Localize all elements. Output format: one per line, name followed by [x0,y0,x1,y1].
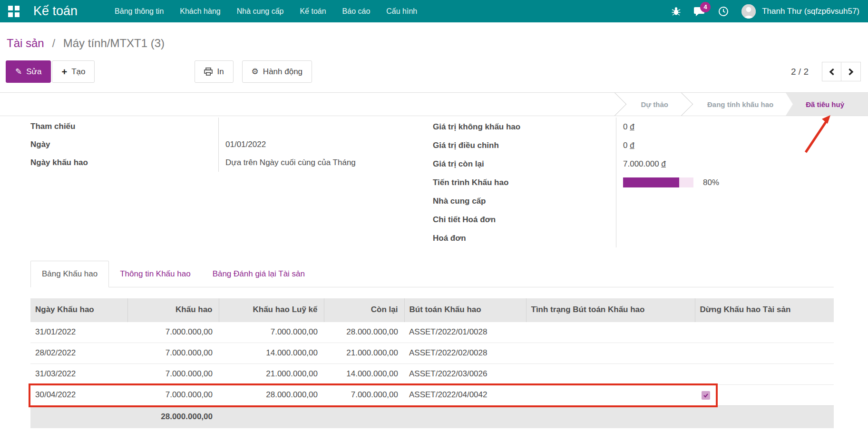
column-header[interactable]: Khấu hao [127,298,219,322]
form-field-row: Nhà cung cấp [433,192,828,210]
table-cell [324,405,404,428]
print-button[interactable]: In [195,60,233,83]
plus-icon: + [61,67,67,77]
field-label: Giá trị không khấu hao [433,118,616,136]
create-button[interactable]: + Tạo [52,60,95,83]
form-field-row: Giá trị còn lại7.000.000 đ [433,155,828,173]
field-label: Ngày [30,136,219,154]
notebook-tab[interactable]: Thông tin Khấu hao [109,261,201,287]
currency-symbol: đ [630,141,634,150]
progress-percent-label: 80% [703,178,719,187]
table-cell: ASSET/2022/04/0042 [404,384,526,405]
gear-icon: ⚙ [252,68,259,76]
field-value [616,210,828,229]
table-cell: ASSET/2022/02/0028 [404,343,526,363]
nav-menu-item[interactable]: Bảng thông tin [115,7,164,16]
column-header[interactable]: Ngày Khấu hao [30,298,127,322]
pager-counter: 2 / 2 [791,67,809,77]
currency-symbol: đ [661,159,665,168]
table-cell: 7.000.000,00 [219,322,324,343]
statusbar-step[interactable]: Đang tính khấu hao [695,93,786,116]
activity-clock-icon[interactable] [718,6,729,17]
table-cell: 7.000.000,00 [127,322,219,343]
table-cell: 28.000.000,00 [324,322,404,343]
table-cell [30,405,127,428]
table-cell [219,405,324,428]
edit-button[interactable]: ✎ Sửa [6,60,51,83]
form-field-row: Ngày khấu haoDựa trên Ngày cuối cùng của… [30,154,423,172]
field-value: 0 đ [616,136,828,155]
form-field-row: Giá trị không khấu hao0 đ [433,118,828,136]
table-cell [695,384,834,405]
stop-depreciation-checkbox[interactable] [702,391,710,400]
notebook-tab[interactable]: Bảng Đánh giá lại Tài sản [202,261,316,287]
table-cell [526,322,695,343]
table-cell [526,343,695,363]
printer-icon [204,68,213,76]
app-brand[interactable]: Kế toán [33,4,78,19]
nav-menu-item[interactable]: Cấu hình [386,7,417,16]
nav-menu: Bảng thông tinKhách hàngNhà cung cấpKế t… [115,7,417,16]
table-cell [526,405,695,428]
form-field-row: Ngày01/01/2022 [30,136,423,154]
nav-menu-item[interactable]: Báo cáo [342,7,371,16]
column-header[interactable]: Khấu hao Luỹ kế [219,298,324,322]
chevron-right-icon [847,68,855,76]
table-cell [695,405,834,428]
statusbar: Dự thảoĐang tính khấu haoĐã tiêu huỷ [0,92,868,116]
field-label: Giá trị điều chỉnh [433,136,616,155]
column-header[interactable]: Tình trạng Bút toán Khấu hao [526,298,695,322]
field-label: Giá trị còn lại [433,155,616,173]
table-row[interactable]: 31/03/20227.000.000,0021.000.000,0014.00… [30,363,834,384]
form-sheet: Tham chiếuNgày01/01/2022Ngày khấu haoDựa… [0,116,868,418]
nav-menu-item[interactable]: Khách hàng [180,7,220,16]
nav-menu-item[interactable]: Nhà cung cấp [237,7,284,16]
table-cell [404,405,526,428]
field-label: Tiến trình Khấu hao [433,173,616,192]
control-panel: ✎ Sửa + Tạo In ⚙ Hành động 2 / 2 [0,60,868,83]
column-header[interactable]: Dừng Khấu hao Tài sản [695,298,834,322]
statusbar-separator [614,93,628,116]
user-menu[interactable]: Thanh Thư (sqfzp6vsuh57) [762,7,859,16]
breadcrumb-separator: / [52,37,55,49]
statusbar-separator [681,93,695,116]
user-avatar[interactable] [741,4,756,19]
notebook-tab[interactable]: Bảng Khấu hao [30,261,109,287]
field-value: 80% [616,173,828,192]
table-cell: 31/01/2022 [30,322,127,343]
table-cell: 14.000.000,00 [324,363,404,384]
form-field-row: Tham chiếu [30,118,423,136]
table-cell [695,363,834,384]
field-value: 0 đ [616,118,828,136]
table-header-row: Ngày Khấu haoKhấu haoKhấu hao Luỹ kếCòn … [30,298,834,322]
breadcrumb-parent-link[interactable]: Tài sản [7,37,44,49]
table-cell: 7.000.000,00 [127,384,219,405]
pager-previous-button[interactable] [822,62,841,81]
messages-icon[interactable]: 4 [694,6,705,17]
debug-bug-icon[interactable] [671,6,681,16]
form-field-row: Hoá đơn [433,229,828,247]
table-cell [695,343,834,363]
column-header[interactable]: Còn lại [324,298,404,322]
table-cell: 7.000.000,00 [324,384,404,405]
table-row[interactable]: 31/01/20227.000.000,007.000.000,0028.000… [30,322,834,343]
apps-menu-icon[interactable] [7,4,21,19]
table-cell: 21.000.000,00 [324,343,404,363]
table-row[interactable]: 28/02/20227.000.000,0014.000.000,0021.00… [30,343,834,363]
table-cell: 31/03/2022 [30,363,127,384]
action-button[interactable]: ⚙ Hành động [242,60,312,83]
field-value [219,118,423,136]
pager-next-button[interactable] [841,62,861,81]
statusbar-step[interactable]: Dự thảo [628,93,681,116]
table-cell: 28.000.000,00 [219,384,324,405]
form-field-row: Giá trị điều chỉnh0 đ [433,136,828,155]
table-cell: 21.000.000,00 [219,363,324,384]
top-navbar: Kế toán Bảng thông tinKhách hàngNhà cung… [0,0,868,22]
field-label: Chi tiết Hoá đơn [433,210,616,229]
statusbar-step[interactable]: Đã tiêu huỷ [786,93,868,116]
column-header[interactable]: Bút toán Khấu hao [404,298,526,322]
table-cell: 7.000.000,00 [127,363,219,384]
table-row[interactable]: 30/04/20227.000.000,0028.000.000,007.000… [30,384,834,405]
nav-menu-item[interactable]: Kế toán [300,7,326,16]
field-value: 7.000.000 đ [616,155,828,173]
